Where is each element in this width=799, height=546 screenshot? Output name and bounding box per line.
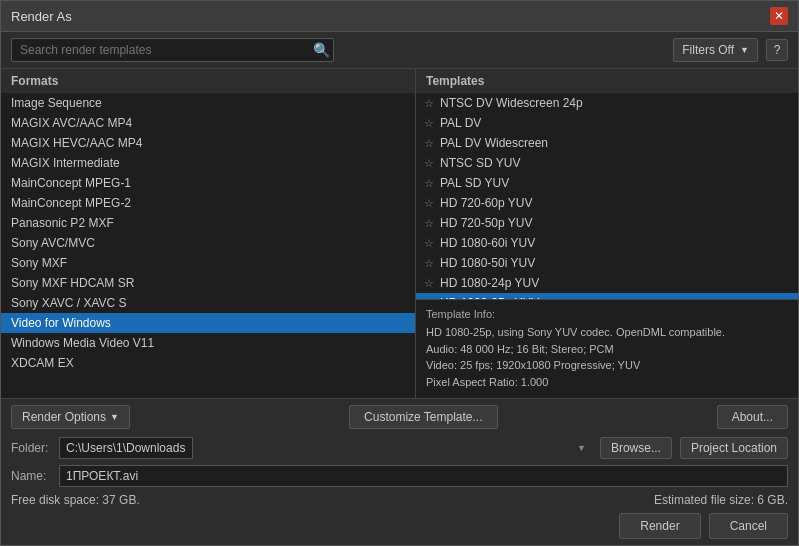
templates-panel: Templates ☆NTSC DV Widescreen 24p☆PAL DV… <box>416 69 798 398</box>
cancel-button[interactable]: Cancel <box>709 513 788 539</box>
template-item-label: PAL DV Widescreen <box>440 136 548 150</box>
template-item-label: PAL DV <box>440 116 481 130</box>
formats-list-item[interactable]: Image Sequence <box>1 93 415 113</box>
formats-list-item[interactable]: Sony MXF <box>1 253 415 273</box>
template-info-area: Template Info: HD 1080-25p, using Sony Y… <box>416 299 798 398</box>
star-icon: ☆ <box>424 257 434 270</box>
template-item-label: HD 1080-24p YUV <box>440 276 539 290</box>
render-options-label: Render Options <box>22 410 106 424</box>
title-bar: Render As ✕ <box>1 1 798 32</box>
templates-list-item[interactable]: ☆HD 720-60p YUV <box>416 193 798 213</box>
folder-select[interactable]: C:\Users\1\Downloads <box>59 437 193 459</box>
name-row: Name: <box>11 465 788 487</box>
render-button[interactable]: Render <box>619 513 700 539</box>
formats-list-item[interactable]: MAGIX HEVC/AAC MP4 <box>1 133 415 153</box>
formats-list-item[interactable]: Panasonic P2 MXF <box>1 213 415 233</box>
customize-template-button[interactable]: Customize Template... <box>349 405 498 429</box>
formats-list-item[interactable]: Sony XAVC / XAVC S <box>1 293 415 313</box>
template-info-text: HD 1080-25p, using Sony YUV codec. OpenD… <box>426 324 788 390</box>
formats-list-item[interactable]: Sony AVC/MVC <box>1 233 415 253</box>
folder-label: Folder: <box>11 441 51 455</box>
formats-list-item[interactable]: Sony MXF HDCAM SR <box>1 273 415 293</box>
main-content: Formats Image SequenceMAGIX AVC/AAC MP4M… <box>1 69 798 398</box>
star-icon: ☆ <box>424 137 434 150</box>
status-row: Free disk space: 37 GB. Estimated file s… <box>11 493 788 507</box>
templates-list-item[interactable]: ☆HD 1080-24p YUV <box>416 273 798 293</box>
star-icon: ☆ <box>424 197 434 210</box>
formats-list-item[interactable]: MainConcept MPEG-1 <box>1 173 415 193</box>
formats-list-item[interactable]: MAGIX Intermediate <box>1 153 415 173</box>
folder-row: Folder: C:\Users\1\Downloads Browse... P… <box>11 437 788 459</box>
templates-list-item[interactable]: ☆HD 1080-60i YUV <box>416 233 798 253</box>
star-icon: ☆ <box>424 117 434 130</box>
formats-list-item[interactable]: XDCAM EX <box>1 353 415 373</box>
chevron-down-icon: ▼ <box>740 45 749 55</box>
template-item-label: HD 1080-50i YUV <box>440 256 535 270</box>
templates-list[interactable]: ☆NTSC DV Widescreen 24p☆PAL DV☆PAL DV Wi… <box>416 93 798 299</box>
formats-list-item[interactable]: MainConcept MPEG-2 <box>1 193 415 213</box>
formats-header: Formats <box>1 69 415 93</box>
templates-list-item[interactable]: ☆PAL SD YUV <box>416 173 798 193</box>
toolbar: 🔍 Filters Off ▼ ? <box>1 32 798 69</box>
star-icon: ☆ <box>424 177 434 190</box>
bottom-panel: Render Options ▼ Customize Template... A… <box>1 398 798 545</box>
dropdown-arrow-icon: ▼ <box>110 412 119 422</box>
template-item-label: HD 720-50p YUV <box>440 216 533 230</box>
template-item-label: HD 1080-60i YUV <box>440 236 535 250</box>
star-icon: ☆ <box>424 237 434 250</box>
disk-space-text: Free disk space: 37 GB. <box>11 493 140 507</box>
star-icon: ☆ <box>424 277 434 290</box>
search-input[interactable] <box>11 38 334 62</box>
help-button[interactable]: ? <box>766 39 788 61</box>
templates-list-item[interactable]: ☆NTSC DV Widescreen 24p <box>416 93 798 113</box>
star-icon: ☆ <box>424 157 434 170</box>
templates-header: Templates <box>416 69 798 93</box>
browse-button[interactable]: Browse... <box>600 437 672 459</box>
filter-dropdown[interactable]: Filters Off ▼ <box>673 38 758 62</box>
close-button[interactable]: ✕ <box>770 7 788 25</box>
filter-label: Filters Off <box>682 43 734 57</box>
formats-panel: Formats Image SequenceMAGIX AVC/AAC MP4M… <box>1 69 416 398</box>
star-icon: ☆ <box>424 217 434 230</box>
templates-list-item[interactable]: ☆NTSC SD YUV <box>416 153 798 173</box>
formats-list-item[interactable]: MAGIX AVC/AAC MP4 <box>1 113 415 133</box>
file-size-text: Estimated file size: 6 GB. <box>654 493 788 507</box>
folder-select-wrapper: C:\Users\1\Downloads <box>59 437 592 459</box>
templates-list-item[interactable]: ☆PAL DV <box>416 113 798 133</box>
render-options-button[interactable]: Render Options ▼ <box>11 405 130 429</box>
about-button[interactable]: About... <box>717 405 788 429</box>
dialog-title: Render As <box>11 9 72 24</box>
template-item-label: NTSC DV Widescreen 24p <box>440 96 583 110</box>
template-item-label: HD 720-60p YUV <box>440 196 533 210</box>
templates-list-item[interactable]: ☆PAL DV Widescreen <box>416 133 798 153</box>
templates-list-item[interactable]: ☆HD 720-50p YUV <box>416 213 798 233</box>
templates-list-item[interactable]: ☆HD 1080-50i YUV <box>416 253 798 273</box>
template-info-label: Template Info: <box>426 308 788 320</box>
star-icon: ☆ <box>424 97 434 110</box>
name-label: Name: <box>11 469 51 483</box>
action-row: Render Cancel <box>11 513 788 539</box>
name-input[interactable] <box>59 465 788 487</box>
template-item-label: PAL SD YUV <box>440 176 509 190</box>
render-as-dialog: Render As ✕ 🔍 Filters Off ▼ ? Formats Im… <box>0 0 799 546</box>
template-item-label: NTSC SD YUV <box>440 156 520 170</box>
search-box: 🔍 <box>11 38 334 62</box>
formats-list-item[interactable]: Windows Media Video V11 <box>1 333 415 353</box>
formats-list-item[interactable]: Video for Windows <box>1 313 415 333</box>
project-location-button[interactable]: Project Location <box>680 437 788 459</box>
search-icon[interactable]: 🔍 <box>313 42 330 58</box>
render-options-row: Render Options ▼ Customize Template... A… <box>11 405 788 429</box>
formats-list[interactable]: Image SequenceMAGIX AVC/AAC MP4MAGIX HEV… <box>1 93 415 398</box>
